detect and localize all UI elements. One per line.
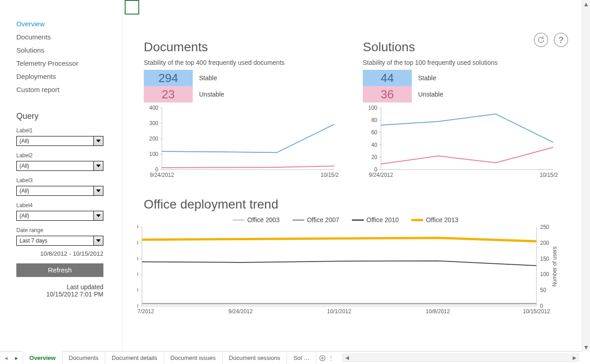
chevron-down-icon[interactable] bbox=[93, 211, 103, 221]
tab-document-details[interactable]: Document details bbox=[105, 352, 164, 364]
svg-marker-2 bbox=[96, 189, 101, 192]
solutions-section: Solutions Stability of the top 100 frequ… bbox=[363, 40, 568, 184]
nav-custom-report[interactable]: Custom report bbox=[16, 83, 109, 96]
solutions-stable-count: 44 bbox=[363, 70, 412, 86]
tab-documents[interactable]: Documents bbox=[63, 352, 106, 364]
horizontal-scrollbar[interactable]: ◄ ► bbox=[342, 354, 579, 362]
sidebar: Overview Documents Solutions Telemetry P… bbox=[0, 0, 123, 351]
legend-office-2010: Office 2010 bbox=[352, 216, 399, 223]
tab-nav-prev-icon[interactable]: ◄ bbox=[4, 355, 9, 361]
svg-text:9/17/2012: 9/17/2012 bbox=[137, 308, 154, 315]
documents-stable-label: Stable bbox=[199, 74, 217, 82]
legend-office-2007: Office 2007 bbox=[293, 216, 339, 223]
refresh-icon[interactable] bbox=[534, 33, 548, 47]
scroll-down-icon[interactable]: ▼ bbox=[582, 343, 590, 351]
filter-label1: Label1 bbox=[16, 127, 109, 134]
svg-text:150: 150 bbox=[540, 256, 549, 262]
svg-text:250: 250 bbox=[540, 224, 549, 230]
svg-text:10/8/2012: 10/8/2012 bbox=[426, 308, 450, 315]
svg-text:200: 200 bbox=[149, 136, 158, 142]
svg-text:50: 50 bbox=[137, 287, 138, 293]
svg-text:200: 200 bbox=[540, 240, 549, 246]
svg-text:9/24/2012: 9/24/2012 bbox=[229, 308, 253, 315]
svg-text:0: 0 bbox=[540, 303, 543, 309]
filter-label2: Label2 bbox=[16, 152, 109, 159]
documents-section: Documents Stability of the top 400 frequ… bbox=[144, 40, 349, 184]
svg-text:10/15/2012: 10/15/2012 bbox=[540, 172, 558, 178]
svg-text:10/1/2012: 10/1/2012 bbox=[327, 308, 351, 315]
svg-text:400: 400 bbox=[149, 105, 158, 111]
query-title: Query bbox=[16, 112, 109, 121]
svg-text:300: 300 bbox=[149, 120, 158, 126]
filter-value-label1: (All) bbox=[16, 136, 103, 146]
filter-label3: Label3 bbox=[16, 177, 109, 184]
date-range-value: Last 7 days bbox=[16, 236, 103, 246]
nav: Overview Documents Solutions Telemetry P… bbox=[16, 17, 109, 96]
help-icon[interactable]: ? bbox=[554, 33, 568, 47]
refresh-button[interactable]: Refresh bbox=[16, 263, 103, 277]
filter-value-label2: (All) bbox=[16, 161, 103, 171]
filter-select-label3[interactable]: (All) bbox=[16, 186, 103, 196]
deployment-legend: Office 2003 Office 2007 Office 2010 Offi… bbox=[123, 216, 568, 223]
svg-text:100: 100 bbox=[368, 105, 377, 111]
last-updated-label: Last updated bbox=[16, 283, 103, 291]
scroll-left-icon[interactable]: ◄ bbox=[343, 354, 351, 361]
filter-select-label2[interactable]: (All) bbox=[16, 161, 103, 171]
documents-unstable-label: Unstable bbox=[199, 91, 224, 98]
nav-deployments[interactable]: Deployments bbox=[16, 70, 109, 83]
filter-select-label1[interactable]: (All) bbox=[16, 136, 103, 146]
legend-office-2003: Office 2003 bbox=[233, 216, 279, 223]
scroll-right-icon[interactable]: ► bbox=[570, 354, 579, 361]
svg-text:20: 20 bbox=[371, 154, 378, 160]
nav-overview[interactable]: Overview bbox=[16, 17, 109, 30]
chevron-down-icon[interactable] bbox=[93, 161, 103, 171]
date-range-text: 10/8/2012 - 10/15/2012 bbox=[16, 250, 103, 257]
svg-text:60: 60 bbox=[371, 129, 378, 136]
svg-marker-4 bbox=[96, 239, 101, 242]
nav-documents[interactable]: Documents bbox=[16, 30, 109, 44]
solutions-chart: 0204060801009/24/201210/15/2012 bbox=[363, 105, 558, 182]
date-range-select[interactable]: Last 7 days bbox=[16, 236, 103, 246]
chevron-down-icon[interactable] bbox=[93, 136, 103, 146]
svg-text:50: 50 bbox=[540, 287, 546, 293]
scroll-up-icon[interactable]: ▲ bbox=[582, 0, 590, 8]
solutions-unstable-count: 36 bbox=[363, 86, 412, 102]
filter-label4: Label4 bbox=[16, 202, 109, 209]
deployment-chart: 0501001502002509/17/20129/24/201210/1/20… bbox=[137, 223, 564, 319]
tab-overview[interactable]: Overview bbox=[23, 351, 63, 364]
nav-telemetry-processor[interactable]: Telemetry Processor bbox=[16, 57, 109, 70]
tab-solutions-more[interactable]: Sol … bbox=[287, 352, 316, 364]
solutions-subtitle: Stability of the top 100 frequently used… bbox=[363, 59, 568, 66]
vertical-scrollbar[interactable]: ▲ ▼ bbox=[582, 0, 590, 351]
last-updated: Last updated 10/15/2012 7:01 PM bbox=[16, 283, 103, 298]
tab-document-issues[interactable]: Document issues bbox=[164, 352, 223, 364]
chevron-down-icon[interactable] bbox=[93, 186, 103, 196]
chevron-down-icon[interactable] bbox=[93, 236, 103, 246]
filter-value-label4: (All) bbox=[16, 211, 103, 221]
sheet-tab-bar: ◄ ► Overview Documents Document details … bbox=[0, 351, 582, 364]
main: ? Documents Stability of the top 400 fre… bbox=[123, 0, 582, 351]
tab-separator: ⋮ bbox=[329, 352, 333, 364]
filter-select-label4[interactable]: (All) bbox=[16, 211, 103, 221]
documents-unstable-count: 23 bbox=[144, 86, 193, 102]
svg-text:9/24/2012: 9/24/2012 bbox=[369, 172, 393, 178]
cell-selection[interactable] bbox=[125, 0, 139, 15]
nav-solutions[interactable]: Solutions bbox=[16, 44, 109, 57]
deployment-title: Office deployment trend bbox=[144, 197, 568, 212]
svg-text:100: 100 bbox=[149, 151, 158, 157]
svg-text:10/15/2012: 10/15/2012 bbox=[523, 308, 550, 315]
date-range-label: Date range bbox=[16, 227, 109, 233]
svg-text:80: 80 bbox=[371, 117, 378, 123]
svg-marker-1 bbox=[96, 165, 101, 167]
tab-document-sessions[interactable]: Document sessions bbox=[223, 352, 287, 364]
svg-text:100: 100 bbox=[137, 271, 138, 277]
svg-marker-0 bbox=[96, 140, 101, 142]
tab-nav-next-icon[interactable]: ► bbox=[14, 355, 19, 361]
add-sheet-icon[interactable] bbox=[316, 352, 329, 364]
svg-text:10/15/2012: 10/15/2012 bbox=[321, 172, 339, 178]
solutions-unstable-label: Unstable bbox=[418, 91, 443, 98]
svg-marker-3 bbox=[96, 214, 101, 217]
svg-text:100: 100 bbox=[540, 271, 549, 277]
solutions-stable-label: Stable bbox=[418, 74, 436, 82]
svg-text:40: 40 bbox=[371, 142, 378, 148]
